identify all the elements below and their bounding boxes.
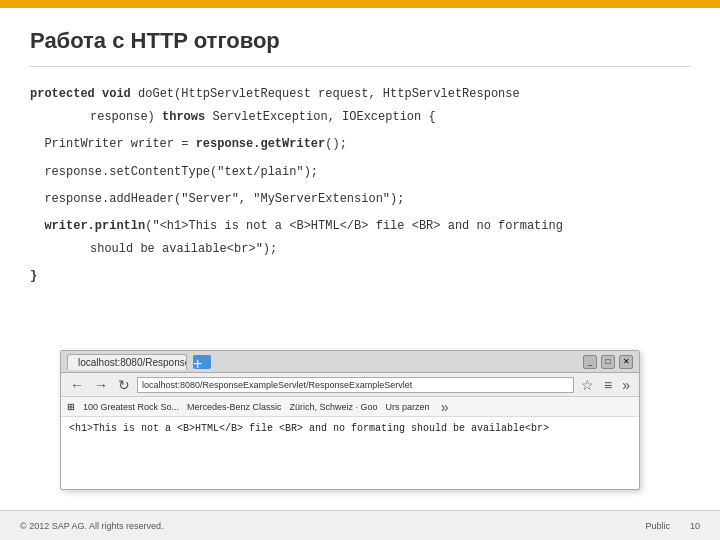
browser-titlebar: localhost:8080/ResponseEx... + _ □ ✕: [61, 351, 639, 373]
bookmark-2[interactable]: Mercedes-Benz Classic: [187, 402, 282, 412]
bookmark-1[interactable]: 100 Greatest Rock So...: [83, 402, 179, 412]
browser-window: localhost:8080/ResponseEx... + _ □ ✕ ← →…: [60, 350, 640, 490]
maximize-button[interactable]: □: [601, 355, 615, 369]
bookmark-3[interactable]: Zürich, Schweiz · Goo: [290, 402, 378, 412]
browser-content: <h1>This is not a <B>HTML</B> file <BR> …: [61, 417, 639, 440]
menu-button[interactable]: ≡: [601, 377, 615, 393]
code-line-5: response.addHeader("Server", "MyServerEx…: [30, 190, 690, 209]
address-bar[interactable]: [137, 377, 574, 393]
close-button[interactable]: ✕: [619, 355, 633, 369]
bookmark-4[interactable]: Urs parzen: [386, 402, 430, 412]
star-button[interactable]: ☆: [578, 377, 597, 393]
code-line-7: should be available<br>");: [30, 240, 690, 259]
browser-content-text: <h1>This is not a <B>HTML</B> file <BR> …: [69, 423, 549, 434]
code-line-2: response) throws ServletException, IOExc…: [30, 108, 690, 127]
footer-copyright: © 2012 SAP AG. All rights reserved.: [20, 521, 164, 531]
extend-button[interactable]: »: [619, 377, 633, 393]
bookmarks-extend[interactable]: »: [438, 399, 452, 415]
footer-page: 10: [690, 521, 700, 531]
main-content: Работа с HTTP отговор protected void doG…: [0, 8, 720, 293]
code-line-1: protected void doGet(HttpServletRequest …: [30, 85, 690, 104]
footer-label: Public: [645, 521, 670, 531]
forward-button[interactable]: →: [91, 377, 111, 393]
keyword-protected: protected: [30, 87, 95, 101]
footer-right: Public 10: [645, 521, 700, 531]
code-line-3: PrintWriter writer = response.getWriter(…: [30, 135, 690, 154]
new-tab-button[interactable]: +: [193, 355, 211, 369]
page-title: Работа с HTTP отговор: [30, 28, 690, 54]
reload-button[interactable]: ↻: [115, 377, 133, 393]
browser-toolbar: ← → ↻ ☆ ≡ »: [61, 373, 639, 397]
divider: [30, 66, 690, 67]
closing-brace: }: [30, 269, 690, 283]
top-bar: [0, 0, 720, 8]
footer: © 2012 SAP AG. All rights reserved. Publ…: [0, 510, 720, 540]
code-line-4: response.setContentType("text/plain");: [30, 163, 690, 182]
code-line-6: writer.println("<h1>This is not a <B>HTM…: [30, 217, 690, 236]
minimize-button[interactable]: _: [583, 355, 597, 369]
browser-controls: _ □ ✕: [583, 355, 633, 369]
back-button[interactable]: ←: [67, 377, 87, 393]
browser-tab[interactable]: localhost:8080/ResponseEx...: [67, 354, 187, 370]
code-block: protected void doGet(HttpServletRequest …: [30, 85, 690, 259]
keyword-void: void: [102, 87, 131, 101]
browser-bookmarks: ⊞ 100 Greatest Rock So... Mercedes-Benz …: [61, 397, 639, 417]
